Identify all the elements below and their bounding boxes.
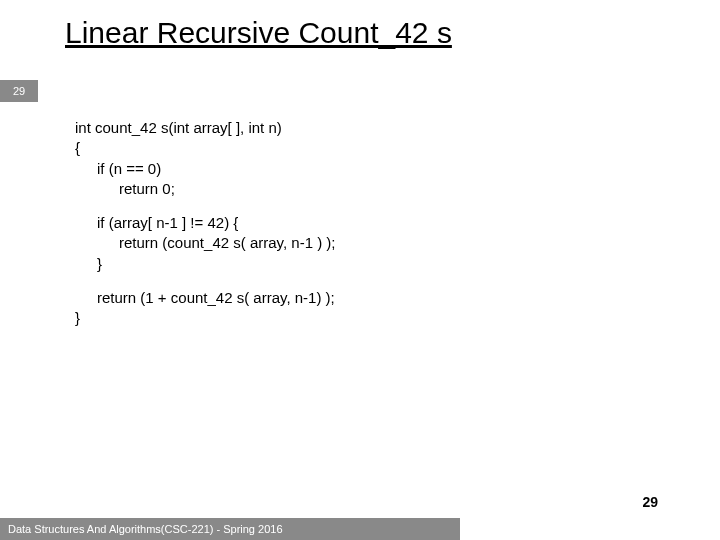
code-line: } [75,254,335,274]
code-line: return (1 + count_42 s( array, n-1) ); [75,288,335,308]
code-line: return (count_42 s( array, n-1 ) ); [75,233,335,253]
code-line: int count_42 s(int array[ ], int n) [75,118,335,138]
code-line: } [75,308,335,328]
code-line: { [75,138,335,158]
code-block: int count_42 s(int array[ ], int n) { if… [75,118,335,328]
slide-number-badge: 29 [0,80,38,102]
slide: Linear Recursive Count_42 s 29 int count… [0,0,720,540]
code-line: return 0; [75,179,335,199]
slide-title: Linear Recursive Count_42 s [65,16,452,50]
code-line: if (n == 0) [75,159,335,179]
footer-text: Data Structures And Algorithms(CSC-221) … [0,518,460,540]
code-line: if (array[ n-1 ] != 42) { [75,213,335,233]
page-number: 29 [642,494,658,510]
